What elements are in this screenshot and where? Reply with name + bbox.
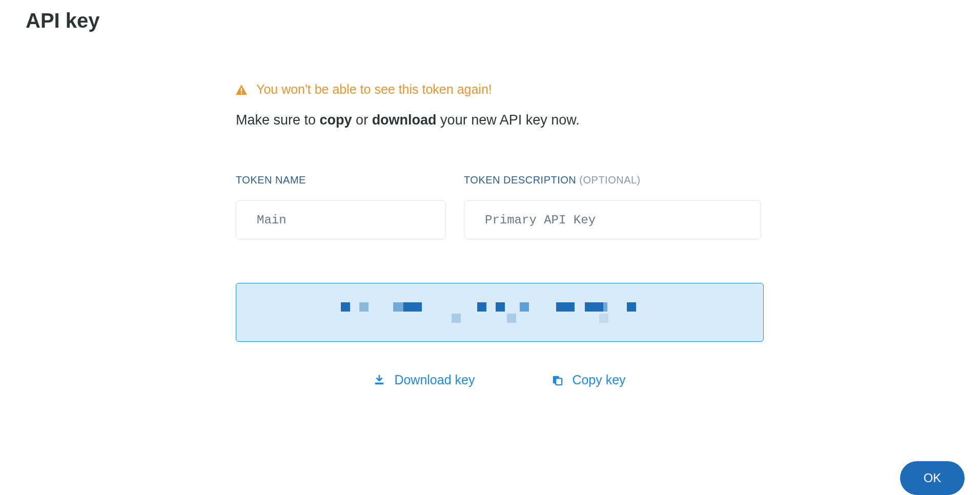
fields-row: TOKEN NAME TOKEN DESCRIPTION (OPTIONAL) <box>236 174 764 239</box>
copy-icon <box>552 375 563 386</box>
content-area: You won't be able to see this token agai… <box>236 82 764 387</box>
copy-key-label: Copy key <box>572 373 625 387</box>
token-name-label: TOKEN NAME <box>236 174 446 186</box>
svg-rect-4 <box>556 378 562 385</box>
svg-rect-0 <box>241 88 242 91</box>
warning-triangle-icon <box>236 85 247 95</box>
actions-row: Download key Copy key <box>236 373 764 387</box>
svg-rect-1 <box>241 92 242 93</box>
token-description-label: TOKEN DESCRIPTION (OPTIONAL) <box>464 174 761 186</box>
token-description-input[interactable] <box>464 200 761 239</box>
token-pixelated-value <box>341 302 659 323</box>
copy-key-button[interactable]: Copy key <box>552 373 625 387</box>
download-icon <box>374 375 385 386</box>
svg-rect-2 <box>375 382 384 384</box>
download-key-button[interactable]: Download key <box>374 373 475 387</box>
token-name-input[interactable] <box>236 200 446 239</box>
token-display-box[interactable] <box>236 283 764 342</box>
download-key-label: Download key <box>394 373 475 387</box>
ok-button[interactable]: OK <box>900 461 965 495</box>
token-name-group: TOKEN NAME <box>236 174 446 239</box>
instruction-text: Make sure to copy or download your new A… <box>236 112 764 128</box>
warning-text: You won't be able to see this token agai… <box>256 82 492 97</box>
warning-message: You won't be able to see this token agai… <box>236 82 764 97</box>
page-title: API key <box>26 9 100 32</box>
token-description-group: TOKEN DESCRIPTION (OPTIONAL) <box>464 174 761 239</box>
